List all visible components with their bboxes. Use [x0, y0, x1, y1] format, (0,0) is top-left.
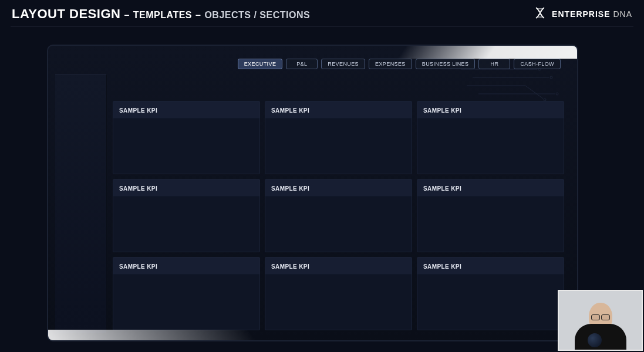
kpi-tile-header: SAMPLE KPI: [265, 180, 412, 197]
kpi-tile-header: SAMPLE KPI: [113, 258, 259, 275]
kpi-tile-header: SAMPLE KPI: [265, 258, 412, 275]
dashboard-stage: EXECUTIVEP&LREVENUESEXPENSESBUSINESS LIN…: [47, 45, 578, 341]
dashboard-window: EXECUTIVEP&LREVENUESEXPENSESBUSINESS LIN…: [47, 45, 578, 341]
kpi-tile[interactable]: SAMPLE KPI: [113, 257, 260, 330]
kpi-tile-title: SAMPLE KPI: [423, 107, 461, 114]
kpi-grid-wrap: SAMPLE KPISAMPLE KPISAMPLE KPISAMPLE KPI…: [107, 74, 570, 333]
sidebar-panel: [55, 74, 107, 333]
kpi-tile-body: [417, 119, 564, 174]
dashboard-body: SAMPLE KPISAMPLE KPISAMPLE KPISAMPLE KPI…: [55, 74, 570, 333]
breadcrumb-level3: OBJECTS / SECTIONS: [204, 10, 310, 21]
kpi-tile-body: [417, 275, 564, 330]
tab-label: EXPENSES: [375, 61, 406, 67]
brand-text: ENTERPRISE DNA: [552, 9, 632, 19]
kpi-tile-header: SAMPLE KPI: [417, 258, 564, 275]
kpi-tile-title: SAMPLE KPI: [271, 185, 309, 192]
brand-strong: ENTERPRISE: [552, 9, 610, 19]
kpi-tile-title: SAMPLE KPI: [119, 185, 157, 192]
kpi-tile-body: [113, 197, 259, 252]
kpi-tile-title: SAMPLE KPI: [119, 263, 157, 270]
kpi-tile-header: SAMPLE KPI: [113, 101, 259, 119]
tab-label: BUSINESS LINES: [422, 61, 469, 67]
dna-icon: [533, 6, 547, 22]
breadcrumb-sep: –: [124, 10, 129, 21]
tabs-row: EXECUTIVEP&LREVENUESEXPENSESBUSINESS LIN…: [238, 59, 561, 69]
kpi-tile-title: SAMPLE KPI: [423, 263, 461, 270]
kpi-tile-title: SAMPLE KPI: [119, 107, 157, 114]
tab-revenues[interactable]: REVENUES: [321, 59, 365, 69]
kpi-tile-body: [113, 275, 259, 330]
kpi-tile-title: SAMPLE KPI: [423, 185, 461, 192]
tab-label: CASH-FLOW: [520, 61, 554, 67]
kpi-tile-title: SAMPLE KPI: [271, 263, 309, 270]
kpi-tile[interactable]: SAMPLE KPI: [265, 257, 412, 330]
tab-p-l[interactable]: P&L: [286, 59, 318, 69]
kpi-tile-header: SAMPLE KPI: [113, 180, 259, 197]
kpi-tile-header: SAMPLE KPI: [265, 101, 412, 119]
tab-label: HR: [490, 61, 498, 67]
tab-expenses[interactable]: EXPENSES: [369, 59, 412, 69]
kpi-tile-header: SAMPLE KPI: [417, 101, 564, 119]
brand-thin: DNA: [611, 9, 632, 19]
presenter-webcam: [558, 290, 643, 351]
presenter-figure: [571, 299, 630, 350]
tab-executive[interactable]: EXECUTIVE: [238, 59, 283, 69]
kpi-tile-title: SAMPLE KPI: [271, 107, 309, 114]
header-bar: LAYOUT DESIGN – TEMPLATES – OBJECTS / SE…: [0, 0, 644, 26]
header-divider: [11, 26, 633, 26]
bottom-accent: [47, 330, 257, 341]
kpi-tile[interactable]: SAMPLE KPI: [113, 101, 260, 174]
kpi-tile-header: SAMPLE KPI: [417, 180, 564, 197]
kpi-tile-body: [265, 275, 412, 330]
kpi-tile[interactable]: SAMPLE KPI: [265, 101, 412, 174]
kpi-tile-body: [113, 119, 259, 174]
kpi-tile-body: [417, 197, 564, 252]
breadcrumb-level2: TEMPLATES: [133, 10, 192, 21]
kpi-tile[interactable]: SAMPLE KPI: [113, 179, 260, 252]
kpi-tile-body: [265, 119, 412, 174]
corner-accent: [397, 45, 578, 59]
tab-label: EXECUTIVE: [244, 61, 277, 67]
brand-logo: ENTERPRISE DNA: [533, 6, 632, 22]
kpi-tile[interactable]: SAMPLE KPI: [417, 257, 564, 330]
kpi-tile[interactable]: SAMPLE KPI: [265, 179, 412, 252]
kpi-tile-body: [265, 197, 412, 252]
tab-hr[interactable]: HR: [478, 59, 510, 69]
breadcrumb-sep: –: [195, 10, 201, 21]
kpi-tile[interactable]: SAMPLE KPI: [417, 101, 564, 174]
kpi-grid: SAMPLE KPISAMPLE KPISAMPLE KPISAMPLE KPI…: [113, 101, 564, 330]
breadcrumb: LAYOUT DESIGN – TEMPLATES – OBJECTS / SE…: [12, 6, 310, 22]
tab-label: P&L: [296, 61, 307, 67]
breadcrumb-root: LAYOUT DESIGN: [12, 6, 120, 22]
tab-label: REVENUES: [328, 61, 359, 67]
tab-cash-flow[interactable]: CASH-FLOW: [514, 59, 561, 69]
kpi-tile[interactable]: SAMPLE KPI: [417, 179, 564, 252]
tab-business-lines[interactable]: BUSINESS LINES: [416, 59, 476, 69]
